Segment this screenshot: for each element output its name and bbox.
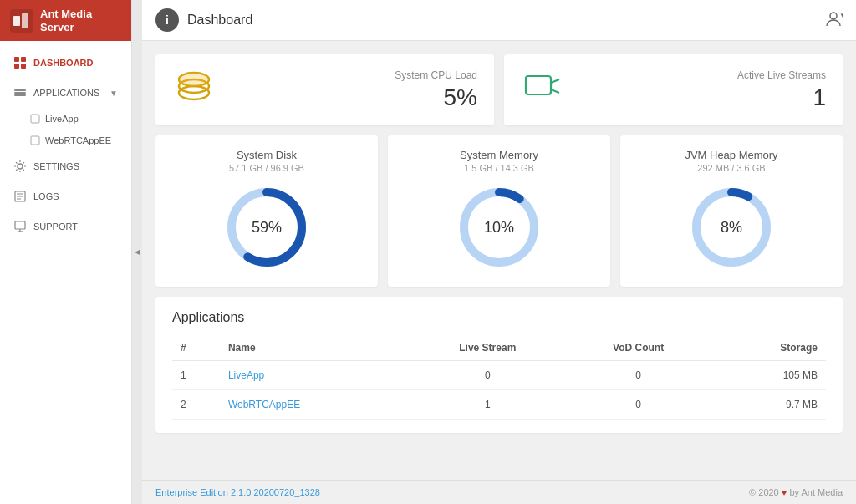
applications-table-body: 1 LiveApp 0 0 105 MB 2 WebRTCAppEE 1 0 9… (172, 361, 826, 420)
svg-line-28 (551, 89, 559, 93)
memory-gauge: 10% (453, 181, 545, 273)
streams-label: Active Live Streams (737, 69, 826, 81)
svg-rect-8 (14, 92, 26, 94)
table-row: 1 LiveApp 0 0 105 MB (172, 361, 826, 390)
user-menu-button[interactable]: ▼ (824, 9, 843, 32)
sidebar-header: Ant Media Server (0, 0, 131, 41)
support-icon (13, 220, 27, 233)
svg-rect-5 (14, 64, 19, 69)
jvm-gauge: 8% (685, 181, 777, 273)
svg-rect-9 (14, 94, 26, 96)
applications-arrow: ▼ (110, 89, 118, 98)
memory-title: System Memory (460, 149, 538, 161)
row-num: 1 (172, 361, 220, 390)
row-name[interactable]: LiveApp (220, 361, 410, 390)
logs-icon (13, 190, 27, 203)
sidebar-logs-label: LOGS (33, 191, 59, 201)
sidebar-webrtcappee-label: WebRTCAppEE (45, 135, 111, 145)
svg-rect-6 (21, 64, 26, 69)
sidebar-item-liveapp[interactable]: LiveApp (0, 108, 131, 130)
cpu-info: System CPU Load 5% (395, 69, 477, 111)
streams-icon (521, 68, 564, 112)
svg-rect-2 (22, 13, 28, 28)
table-row: 2 WebRTCAppEE 1 0 9.7 MB (172, 390, 826, 420)
memory-subtitle: 1.5 GB / 14.3 GB (464, 163, 534, 173)
svg-rect-4 (21, 57, 26, 62)
page-title: Dashboard (187, 13, 252, 28)
jvm-title: JVM Heap Memory (685, 149, 777, 161)
footer-by: by Ant Media (789, 487, 843, 497)
sidebar-item-applications[interactable]: APPLICATIONS ▼ (0, 78, 131, 108)
disk-gauge-card: System Disk 57.1 GB / 96.9 GB 59% (155, 135, 378, 287)
version-link[interactable]: Enterprise Edition 2.1.0 20200720_1328 (155, 487, 320, 497)
svg-point-25 (179, 73, 209, 86)
webrtcappee-icon (30, 135, 40, 145)
sidebar-liveapp-label: LiveApp (45, 114, 79, 124)
sidebar-item-webrtcappee[interactable]: WebRTCAppEE (0, 130, 131, 151)
info-icon-button[interactable]: i (155, 8, 179, 32)
footer: Enterprise Edition 2.1.0 20200720_1328 ©… (142, 480, 856, 504)
col-livestream: Live Stream (409, 335, 566, 361)
gauge-row: System Disk 57.1 GB / 96.9 GB 59% System… (155, 135, 843, 287)
main-content: System CPU Load 5% Active Live Streams 1 (142, 41, 856, 480)
applications-section: Applications # Name Live Stream VoD Coun… (155, 297, 843, 433)
row-num: 2 (172, 390, 220, 420)
sidebar-dashboard-label: DASHBOARD (33, 58, 94, 68)
svg-rect-26 (526, 76, 551, 94)
copyright: © 2020 ♥ by Ant Media (749, 487, 843, 497)
cpu-card: System CPU Load 5% (155, 54, 494, 125)
sidebar-support-label: SUPPORT (33, 221, 78, 232)
liveapp-icon (30, 114, 40, 124)
svg-rect-3 (14, 57, 19, 62)
disk-subtitle: 57.1 GB / 96.9 GB (229, 163, 304, 173)
row-livestream: 1 (409, 390, 566, 420)
sidebar: Ant Media Server DASHBOARD APPLICATIONS … (0, 0, 132, 504)
applications-title: Applications (172, 310, 826, 325)
sidebar-item-settings[interactable]: SETTINGS (0, 151, 131, 181)
svg-rect-11 (31, 136, 39, 145)
applications-icon (13, 86, 27, 99)
col-storage: Storage (711, 335, 826, 361)
svg-text:▼: ▼ (839, 12, 843, 19)
sidebar-applications-label: APPLICATIONS (33, 88, 99, 98)
sidebar-item-dashboard[interactable]: DASHBOARD (0, 48, 131, 78)
row-vodcount: 0 (566, 390, 711, 420)
app-title: Ant Media Server (40, 8, 121, 33)
svg-rect-1 (13, 16, 20, 26)
streams-value: 1 (737, 84, 826, 111)
sidebar-settings-label: SETTINGS (33, 161, 79, 171)
streams-card: Active Live Streams 1 (504, 54, 843, 125)
sidebar-item-logs[interactable]: LOGS (0, 181, 131, 211)
cpu-icon (172, 68, 216, 112)
col-num: # (172, 335, 220, 361)
heart-icon: ♥ (782, 487, 787, 497)
disk-gauge: 59% (221, 181, 313, 273)
copyright-year: © 2020 (749, 487, 779, 497)
row-storage: 105 MB (711, 361, 826, 390)
svg-point-20 (830, 13, 837, 19)
applications-table: # Name Live Stream VoD Count Storage 1 L… (172, 335, 826, 420)
sidebar-collapse-handle[interactable]: ◀ (132, 0, 142, 504)
svg-rect-10 (31, 115, 39, 123)
svg-rect-17 (15, 221, 25, 229)
app-logo (10, 9, 33, 33)
jvm-gauge-card: JVM Heap Memory 292 MB / 3.6 GB 8% (620, 135, 843, 287)
sidebar-item-support[interactable]: SUPPORT (0, 211, 131, 242)
settings-icon (13, 160, 27, 173)
dashboard-icon (13, 56, 27, 69)
streams-info: Active Live Streams 1 (737, 69, 826, 111)
row-vodcount: 0 (566, 361, 711, 390)
table-header-row: # Name Live Stream VoD Count Storage (172, 335, 826, 361)
jvm-subtitle: 292 MB / 3.6 GB (697, 163, 765, 173)
main-area: i Dashboard ▼ (142, 0, 856, 504)
col-vodcount: VoD Count (566, 335, 711, 361)
disk-title: System Disk (237, 149, 297, 161)
jvm-gauge-label: 8% (721, 219, 742, 237)
memory-gauge-card: System Memory 1.5 GB / 14.3 GB 10% (388, 135, 610, 287)
collapse-icon: ◀ (135, 248, 140, 256)
user-icon: ▼ (824, 9, 843, 28)
cpu-label: System CPU Load (395, 69, 477, 81)
memory-gauge-label: 10% (484, 219, 514, 237)
cpu-value: 5% (395, 84, 477, 111)
row-name[interactable]: WebRTCAppEE (220, 390, 410, 420)
